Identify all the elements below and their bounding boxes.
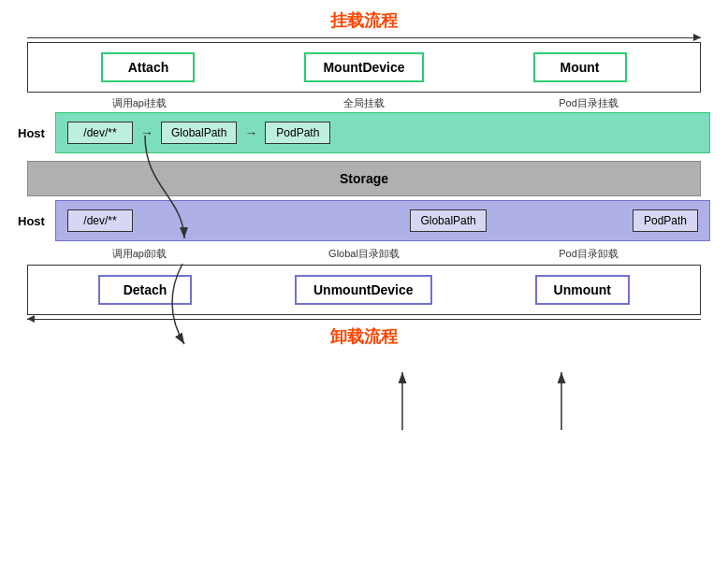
storage-bar: Storage	[27, 161, 701, 196]
arrow-right-1: →	[140, 125, 153, 140]
bottom-arrow-row	[27, 319, 701, 320]
mount-ops-row: Attach MountDevice Mount	[27, 42, 701, 93]
attach-label: 调用api挂载	[93, 96, 186, 110]
host-blue-label: Host	[18, 214, 55, 228]
mount-title: 挂载流程	[330, 9, 398, 32]
bottom-arrow-line	[27, 319, 701, 320]
mount-labels-row: 调用api挂载 全局挂载 Pod目录挂载	[27, 93, 701, 112]
mount-label: Pod目录挂载	[542, 96, 635, 110]
green-dev-path: /dev/**	[67, 122, 133, 144]
green-global-path: GlobalPath	[161, 122, 237, 144]
detach-label: 调用api卸载	[93, 247, 186, 261]
unmountdevice-label: Global目录卸载	[317, 247, 411, 261]
attach-button[interactable]: Attach	[101, 52, 195, 82]
arrow-right-2: →	[244, 125, 257, 140]
mountdevice-button[interactable]: MountDevice	[304, 52, 423, 82]
host-blue-bar: /dev/** GlobalPath PodPath	[55, 200, 710, 241]
unmount-labels-row: 调用api卸载 Global目录卸载 Pod目录卸载	[27, 245, 701, 265]
top-arrow-row	[27, 37, 701, 38]
mountdevice-label: 全局挂载	[317, 96, 411, 110]
mount-button[interactable]: Mount	[533, 52, 627, 82]
host-green-section: Host /dev/** → GlobalPath → PodPath	[18, 112, 710, 153]
blue-global-path: GlobalPath	[410, 209, 486, 232]
host-blue-section: Host /dev/** GlobalPath PodPath	[18, 200, 710, 241]
diagram-container: 挂载流程 Attach MountDevice Mount 调用api挂载 全局…	[0, 0, 728, 576]
host-green-bar: /dev/** → GlobalPath → PodPath	[55, 112, 710, 153]
host-green-label: Host	[18, 126, 55, 140]
unmount-button[interactable]: Unmount	[535, 275, 630, 305]
green-pod-path: PodPath	[265, 122, 330, 144]
unmount-label: Pod目录卸载	[542, 247, 635, 261]
blue-pod-path: PodPath	[633, 209, 698, 232]
blue-dev-path: /dev/**	[67, 209, 133, 232]
unmount-ops-row: Detach UnmountDevice Unmount	[27, 265, 701, 315]
detach-button[interactable]: Detach	[98, 275, 192, 305]
top-arrow-line	[27, 37, 701, 38]
unmountdevice-button[interactable]: UnmountDevice	[295, 275, 432, 305]
unmount-title: 卸载流程	[330, 325, 398, 348]
